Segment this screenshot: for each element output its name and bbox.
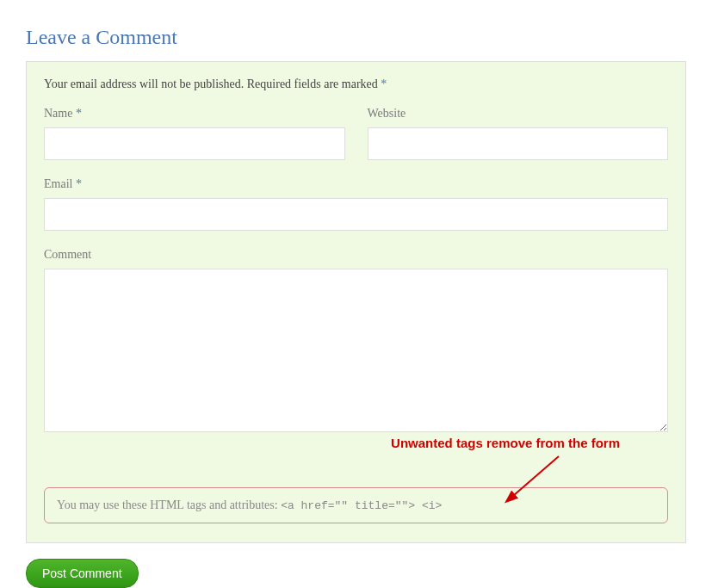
textarea-comment[interactable] — [44, 269, 668, 432]
comment-form-box: Your email address will not be published… — [26, 61, 686, 543]
row-name-website: Name * Website — [44, 107, 668, 160]
field-email: Email * — [44, 177, 668, 231]
input-name[interactable] — [44, 127, 345, 160]
row-comment: Comment — [44, 248, 668, 432]
annotation-wrap: Unwanted tags remove from the form — [44, 436, 668, 479]
label-email-text: Email — [44, 177, 76, 190]
input-website[interactable] — [368, 127, 669, 160]
required-note-text: Your email address will not be published… — [44, 77, 381, 90]
field-comment: Comment — [44, 248, 668, 432]
input-email[interactable] — [44, 198, 668, 231]
label-name: Name * — [44, 107, 345, 121]
post-comment-button[interactable]: Post Comment — [26, 559, 139, 588]
star-icon: * — [76, 177, 82, 190]
form-heading: Leave a Comment — [26, 26, 686, 49]
allowed-tags-hint: You may use these HTML tags and attribut… — [44, 487, 668, 523]
field-name: Name * — [44, 107, 345, 160]
hint-code: <a href="" title=""> <i> — [281, 499, 442, 512]
hint-text: You may use these HTML tags and attribut… — [57, 498, 281, 511]
required-star-icon: * — [381, 77, 387, 90]
field-website: Website — [368, 107, 669, 160]
required-note: Your email address will not be published… — [44, 77, 668, 91]
annotation-text: Unwanted tags remove from the form — [391, 436, 620, 450]
label-email: Email * — [44, 177, 668, 191]
label-website: Website — [368, 107, 669, 121]
label-name-text: Name — [44, 107, 76, 120]
star-icon: * — [76, 107, 82, 120]
row-email: Email * — [44, 177, 668, 231]
label-comment: Comment — [44, 248, 668, 262]
